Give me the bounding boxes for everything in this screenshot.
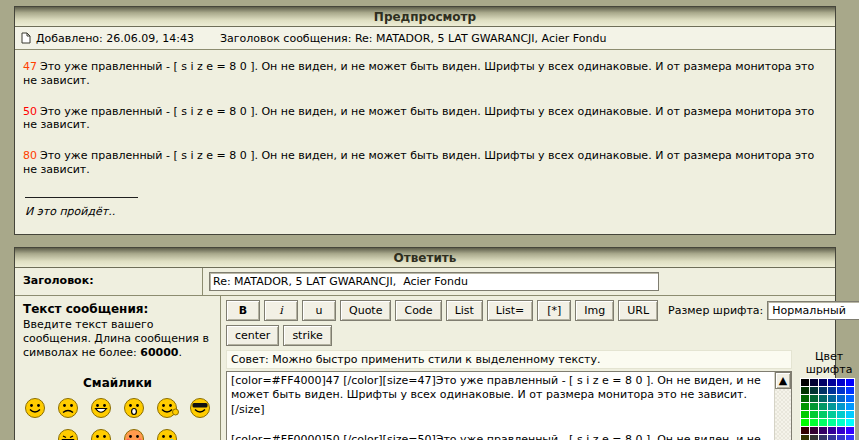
message-textarea[interactable]: [color=#FF4000]47 [/color][size=47]Это у… bbox=[227, 372, 774, 440]
color-swatch[interactable] bbox=[837, 435, 845, 440]
post-icon bbox=[21, 32, 31, 44]
color-swatch[interactable] bbox=[837, 411, 845, 418]
post-subject-label: Заголовок сообщения: bbox=[220, 32, 352, 45]
message-row: Текст сообщения: Введите текст вашего со… bbox=[15, 296, 835, 440]
scroll-up-button[interactable]: ▲ bbox=[775, 372, 791, 389]
color-swatch[interactable] bbox=[819, 387, 827, 394]
color-swatch[interactable] bbox=[801, 419, 809, 426]
bbcode-list-item-button[interactable]: [*] bbox=[537, 300, 571, 321]
color-swatch[interactable] bbox=[828, 395, 836, 402]
textarea-scrollbar[interactable]: ▲ bbox=[774, 372, 791, 440]
color-swatch[interactable] bbox=[810, 435, 818, 440]
bbcode-italic-button[interactable]: i bbox=[264, 300, 298, 321]
color-swatch[interactable] bbox=[828, 435, 836, 440]
bbcode-url-button[interactable]: URL bbox=[618, 300, 658, 321]
subject-input[interactable] bbox=[209, 272, 659, 291]
bbcode-bold-button[interactable]: B bbox=[226, 300, 260, 321]
subject-label: Заголовок: bbox=[15, 268, 203, 295]
bbcode-underline-button[interactable]: u bbox=[302, 300, 336, 321]
preview-paragraph: 50Это уже правленный - [ s i z e = 8 0 ]… bbox=[23, 105, 827, 133]
reply-panel-title: Ответить bbox=[15, 248, 835, 268]
smiley-lol-icon[interactable] bbox=[56, 427, 80, 440]
color-swatch[interactable] bbox=[819, 379, 827, 386]
hint-period: . bbox=[179, 346, 183, 359]
color-swatch[interactable] bbox=[828, 379, 836, 386]
bbcode-ordered-list-button[interactable]: List= bbox=[487, 300, 533, 321]
color-swatch[interactable] bbox=[846, 435, 854, 440]
size-number: 80 bbox=[23, 149, 37, 162]
color-swatch[interactable] bbox=[801, 403, 809, 410]
color-swatch[interactable] bbox=[801, 395, 809, 402]
message-hint: Введите текст вашего сообщения. Длина со… bbox=[23, 318, 212, 361]
bbcode-toolbar-row2: center strike bbox=[226, 325, 859, 346]
color-swatch[interactable] bbox=[819, 419, 827, 426]
font-color-label-line1: Цвет bbox=[800, 350, 858, 363]
smiley-blush-icon[interactable] bbox=[122, 427, 146, 440]
color-swatch[interactable] bbox=[810, 411, 818, 418]
color-swatch[interactable] bbox=[837, 395, 845, 402]
bbcode-toolbar-row1: B i u Quote Code List List= [*] Img URL … bbox=[226, 300, 859, 321]
post-subject-value: Re: MATADOR, 5 LAT GWARANCJI, Acier Fond… bbox=[355, 32, 606, 45]
color-swatch[interactable] bbox=[819, 395, 827, 402]
editor-main: Совет: Можно быстро применить стили к вы… bbox=[226, 350, 792, 440]
color-swatch[interactable] bbox=[837, 403, 845, 410]
bbcode-code-button[interactable]: Code bbox=[395, 300, 441, 321]
color-swatch[interactable] bbox=[801, 387, 809, 394]
bbcode-img-button[interactable]: Img bbox=[575, 300, 614, 321]
post-added-text: Добавлено: 26.06.09, 14:43 bbox=[36, 32, 194, 45]
color-swatch[interactable] bbox=[819, 403, 827, 410]
color-swatch[interactable] bbox=[837, 427, 845, 434]
color-swatch[interactable] bbox=[846, 395, 854, 402]
smiley-grin-icon[interactable] bbox=[89, 396, 113, 420]
color-swatch[interactable] bbox=[801, 427, 809, 434]
color-swatch[interactable] bbox=[810, 387, 818, 394]
signature-text: И это пройдёт.. bbox=[25, 205, 827, 226]
color-swatch[interactable] bbox=[846, 403, 854, 410]
preview-body: 47Это уже правленный - [ s i z e = 8 0 ]… bbox=[15, 50, 835, 234]
color-swatch[interactable] bbox=[819, 435, 827, 440]
color-swatch[interactable] bbox=[819, 411, 827, 418]
smiley-punch-icon[interactable] bbox=[89, 427, 113, 440]
bbcode-center-button[interactable]: center bbox=[226, 325, 279, 346]
color-swatch[interactable] bbox=[837, 379, 845, 386]
smilies-grid bbox=[23, 396, 212, 440]
color-swatch[interactable] bbox=[846, 379, 854, 386]
smiley-point-icon[interactable] bbox=[155, 396, 179, 420]
post-info-row: Добавлено: 26.06.09, 14:43 Заголовок соо… bbox=[15, 27, 835, 50]
color-swatch[interactable] bbox=[846, 419, 854, 426]
smilies-row bbox=[23, 427, 212, 440]
bbcode-list-button[interactable]: List bbox=[446, 300, 483, 321]
color-swatch[interactable] bbox=[801, 411, 809, 418]
color-swatch[interactable] bbox=[828, 411, 836, 418]
color-swatch[interactable] bbox=[828, 427, 836, 434]
smiley-cool-icon[interactable] bbox=[188, 396, 212, 420]
color-swatch[interactable] bbox=[810, 419, 818, 426]
color-swatch[interactable] bbox=[801, 435, 809, 440]
color-swatch[interactable] bbox=[810, 395, 818, 402]
smiley-smile-icon[interactable] bbox=[23, 396, 47, 420]
color-swatch[interactable] bbox=[801, 379, 809, 386]
color-swatch[interactable] bbox=[810, 427, 818, 434]
page: Предпросмотр Добавлено: 26.06.09, 14:43 … bbox=[0, 0, 859, 440]
color-swatch[interactable] bbox=[810, 403, 818, 410]
font-size-select[interactable]: Нормальный ▼ bbox=[767, 301, 859, 320]
color-swatch[interactable] bbox=[828, 419, 836, 426]
bbcode-quote-button[interactable]: Quote bbox=[340, 300, 391, 321]
color-swatch[interactable] bbox=[828, 403, 836, 410]
color-swatch[interactable] bbox=[846, 411, 854, 418]
color-swatch[interactable] bbox=[846, 427, 854, 434]
smiley-eek-icon[interactable] bbox=[122, 396, 146, 420]
color-swatch[interactable] bbox=[828, 387, 836, 394]
editor-tip: Совет: Можно быстро применить стили к вы… bbox=[226, 350, 792, 369]
color-swatch[interactable] bbox=[846, 387, 854, 394]
color-swatch[interactable] bbox=[810, 379, 818, 386]
smilies-row bbox=[23, 396, 212, 420]
smiley-frown-icon[interactable] bbox=[56, 396, 80, 420]
bbcode-strike-button[interactable]: strike bbox=[283, 325, 331, 346]
scrollbar-track[interactable] bbox=[775, 389, 791, 440]
color-swatch[interactable] bbox=[819, 427, 827, 434]
smiley-cry-icon[interactable] bbox=[155, 427, 179, 440]
subject-row: Заголовок: bbox=[15, 268, 835, 296]
color-swatch[interactable] bbox=[837, 387, 845, 394]
color-swatch[interactable] bbox=[837, 419, 845, 426]
